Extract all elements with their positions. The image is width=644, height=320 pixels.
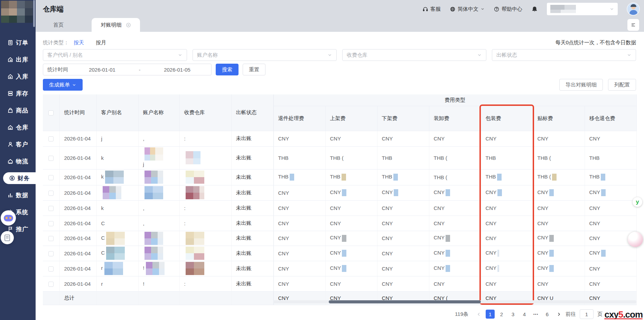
row-checkbox[interactable]	[48, 136, 54, 141]
cell: :	[179, 131, 231, 146]
cell: r	[96, 261, 138, 276]
chat-float-widget[interactable]: y	[633, 197, 642, 207]
cell	[179, 146, 231, 169]
sidebar-item-库存[interactable]: 库存	[0, 88, 36, 99]
row-checkbox[interactable]	[48, 236, 54, 241]
next-page-button[interactable]	[554, 310, 563, 319]
filter-select-2[interactable]: 收费仓库	[342, 49, 486, 61]
mascot-float-widget[interactable]	[628, 232, 643, 247]
search-button[interactable]: 搜索	[216, 64, 239, 75]
language-switcher[interactable]: 简体中文	[450, 6, 485, 12]
sidebar-item-订单[interactable]: 订单	[0, 37, 36, 48]
sidebar-item-客户[interactable]: 客户	[0, 138, 36, 150]
column-header-客户别名: 客户别名	[96, 94, 138, 131]
page-button-1[interactable]: 1	[486, 310, 495, 319]
date-cell: 2026-01-04	[59, 169, 96, 185]
row-checkbox[interactable]	[48, 266, 54, 272]
row-checkbox[interactable]	[48, 282, 54, 287]
goods-icon	[7, 107, 13, 113]
fee-cell: CNY	[429, 246, 481, 261]
date-range-picker[interactable]: 统计时间 2026-01-01 - 2026-01-05	[43, 64, 212, 75]
redacted-mosaic	[104, 262, 123, 275]
fee-cell: CNY	[273, 131, 325, 146]
page-ellipsis[interactable]: •••	[531, 310, 540, 319]
cell	[179, 261, 231, 276]
fee-cell: CNY	[481, 216, 533, 231]
filter-select-3[interactable]: 出帐状态	[492, 49, 636, 61]
prev-page-button[interactable]	[474, 310, 483, 319]
row-checkbox[interactable]	[48, 206, 54, 211]
date-cell: 2026-01-04	[59, 200, 96, 216]
chevron-down-icon	[477, 53, 482, 57]
order-icon	[7, 39, 13, 46]
export-detail-button[interactable]: 导出对账明细	[559, 79, 603, 91]
redacted-mosaic	[446, 235, 450, 242]
goto-page-input[interactable]	[580, 309, 594, 319]
row-checkbox[interactable]	[48, 156, 54, 161]
filter-select-1[interactable]: 账户名称	[193, 49, 337, 61]
chevron-down-icon	[609, 7, 614, 11]
fee-cell: CNY	[585, 185, 636, 200]
user-avatar[interactable]	[627, 2, 640, 16]
date-cell: 2026-01-04	[59, 146, 96, 169]
date-from-value[interactable]: 2026-01-01	[68, 67, 136, 73]
page-button-3[interactable]: 3	[508, 310, 517, 319]
fee-cell: CNY	[273, 200, 325, 216]
page-button-4[interactable]: 4	[520, 310, 529, 319]
sidebar-item-财务[interactable]: 财务	[3, 172, 36, 184]
help-center-button[interactable]: 帮助中心	[494, 6, 522, 12]
customer-service-button[interactable]: 客服	[422, 6, 441, 12]
horizontal-scrollbar[interactable]	[273, 300, 636, 303]
redacted-mosaic	[186, 262, 204, 275]
assistant-robot-widget[interactable]	[1, 210, 16, 226]
chevron-down-icon	[480, 7, 485, 11]
fee-cell: CNY	[377, 131, 429, 146]
select-all-checkbox[interactable]	[48, 110, 54, 116]
tab-home[interactable]: 首页	[43, 18, 74, 32]
fee-cell: THB (	[533, 169, 585, 185]
menu-lines-icon	[631, 22, 636, 28]
tab-close-button[interactable]	[126, 22, 131, 28]
sidebar-item-商品[interactable]: 商品	[0, 104, 36, 116]
fee-cell: THB	[377, 169, 429, 185]
page-list: 1234•••6	[486, 310, 552, 319]
row-checkbox[interactable]	[48, 175, 54, 180]
generate-bill-button[interactable]: 生成账单	[43, 79, 83, 91]
sidebar-scrollbar[interactable]	[33, 0, 35, 27]
notifications-button[interactable]	[531, 6, 538, 12]
stat-type-by-month[interactable]: 按月	[96, 39, 106, 46]
redacted-mosaic	[446, 189, 450, 196]
date-cell: 2026-01-04	[59, 231, 96, 246]
reset-button[interactable]: 重置	[243, 64, 265, 75]
tab-list-button[interactable]	[627, 19, 639, 31]
row-checkbox[interactable]	[48, 251, 54, 256]
fee-cell: CNY	[273, 261, 325, 276]
page-button-6[interactable]: 6	[543, 310, 552, 319]
total-label: 总计	[59, 291, 96, 305]
sidebar-item-数据[interactable]: 数据	[0, 189, 36, 201]
cell	[96, 185, 138, 200]
redacted-mosaic	[342, 174, 346, 181]
date-separator: -	[136, 67, 143, 73]
page-button-2[interactable]: 2	[497, 310, 506, 319]
question-circle-icon	[494, 6, 500, 12]
account-select[interactable]	[547, 3, 618, 15]
doc-float-widget[interactable]	[1, 231, 14, 244]
row-checkbox[interactable]	[48, 191, 54, 196]
cell	[138, 231, 179, 246]
column-config-button[interactable]: 列配置	[608, 79, 636, 91]
sidebar-item-仓库[interactable]: 仓库	[0, 121, 36, 133]
filter-select-0[interactable]: 客户代码 / 别名	[43, 49, 187, 61]
row-checkbox[interactable]	[48, 221, 54, 226]
sidebar-item-出库[interactable]: 出库	[0, 54, 36, 65]
date-to-value[interactable]: 2026-01-05	[143, 67, 211, 73]
tab-reconciliation-detail[interactable]: 对账明细	[92, 18, 140, 32]
sidebar-item-入库[interactable]: 入库	[0, 71, 36, 82]
filter-selects-row: 客户代码 / 别名 账户名称 收费仓库 出帐状态	[43, 49, 636, 61]
fee-column-header-包装费: 包装费	[481, 106, 533, 131]
stat-type-by-day[interactable]: 按天	[74, 39, 84, 46]
chevron-down-icon	[327, 53, 332, 57]
status-cell: 未出账	[231, 246, 273, 261]
sidebar-item-物流[interactable]: 物流	[0, 155, 36, 167]
scrollbar-thumb[interactable]	[329, 300, 481, 303]
